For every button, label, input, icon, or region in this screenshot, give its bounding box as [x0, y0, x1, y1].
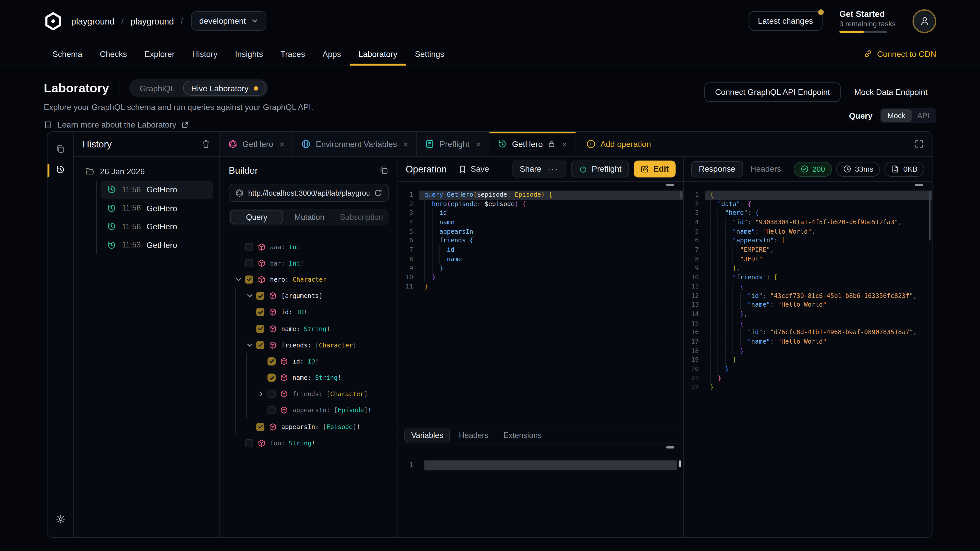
- close-icon[interactable]: ×: [562, 139, 567, 149]
- refresh-schema-button[interactable]: [374, 188, 382, 197]
- share-button[interactable]: Share ···: [512, 160, 566, 177]
- builder-collapse-button[interactable]: [380, 165, 389, 175]
- builder-field-row[interactable]: id: ID!: [220, 304, 398, 321]
- collections-button[interactable]: [48, 139, 73, 159]
- checkbox[interactable]: [267, 357, 275, 365]
- checkbox[interactable]: [256, 423, 264, 431]
- checkbox[interactable]: [267, 407, 275, 414]
- nav-tab-apps[interactable]: Apps: [313, 42, 350, 65]
- editor-tab-gethero[interactable]: GetHero×: [490, 132, 576, 156]
- editor-tab-environment-variables[interactable]: Environment Variables×: [293, 132, 417, 156]
- breadcrumb-org[interactable]: playground: [71, 16, 115, 26]
- builder-field-row[interactable]: appearsIn: [Episode]!: [220, 402, 398, 419]
- editor-tab-preflight[interactable]: Preflight×: [417, 132, 490, 156]
- endpoint-url-field[interactable]: http://localhost:3000/api/lab/playground: [229, 184, 389, 202]
- builder-tab-mutation[interactable]: Mutation: [283, 210, 335, 224]
- link-icon: [864, 49, 873, 58]
- nav-tab-settings[interactable]: Settings: [406, 42, 453, 65]
- builder-field-row[interactable]: foo: String!: [220, 435, 398, 451]
- editor-handle[interactable]: [667, 446, 675, 448]
- ide-toggle-hive-laboratory[interactable]: Hive Laboratory: [183, 81, 266, 96]
- edit-button[interactable]: Edit: [634, 160, 676, 177]
- tab-headers[interactable]: Headers: [750, 164, 781, 174]
- checkbox[interactable]: [267, 390, 275, 398]
- nav-tab-explorer[interactable]: Explorer: [136, 42, 183, 65]
- settings-button[interactable]: [48, 508, 73, 530]
- scrollbar-thumb[interactable]: [679, 191, 682, 199]
- more-options-icon[interactable]: ···: [548, 164, 558, 174]
- save-button[interactable]: Save: [458, 164, 489, 174]
- scrollbar-thumb[interactable]: [928, 191, 931, 241]
- preflight-button[interactable]: Preflight: [571, 160, 629, 177]
- variables-editor[interactable]: 1: [398, 444, 683, 537]
- builder-field-row[interactable]: name: String!: [220, 370, 398, 386]
- builder-tab-query[interactable]: Query: [230, 210, 283, 224]
- subtab-headers[interactable]: Headers: [453, 429, 495, 442]
- builder-field-row[interactable]: bar: Int!: [220, 255, 398, 272]
- nav-tab-traces[interactable]: Traces: [272, 42, 314, 65]
- tab-response[interactable]: Response: [691, 161, 743, 177]
- chevron-right-icon[interactable]: [258, 391, 267, 397]
- nav-tab-insights[interactable]: Insights: [226, 42, 272, 65]
- add-operation-button[interactable]: Add operation: [576, 132, 661, 156]
- history-item[interactable]: 11:56GetHero: [100, 181, 213, 199]
- nav-tab-laboratory[interactable]: Laboratory: [350, 42, 406, 65]
- fullscreen-button[interactable]: [915, 139, 924, 149]
- checkbox[interactable]: [256, 308, 264, 316]
- subtab-extensions[interactable]: Extensions: [497, 429, 548, 442]
- connect-endpoint-button[interactable]: Connect GraphQL API Endpoint: [704, 83, 840, 102]
- editor-handle[interactable]: [667, 184, 675, 186]
- history-date-group[interactable]: 26 Jan 2026: [80, 164, 213, 178]
- query-editor[interactable]: 1query GetHero($episode: Episode) {2hero…: [398, 182, 683, 427]
- builder-field-row[interactable]: friends: [Character]: [220, 337, 398, 353]
- chevron-down-icon[interactable]: [235, 276, 245, 283]
- checkbox[interactable]: [245, 243, 253, 251]
- checkbox[interactable]: [256, 292, 264, 300]
- user-avatar[interactable]: [913, 9, 936, 33]
- nav-tab-history[interactable]: History: [183, 42, 226, 65]
- builder-field-row[interactable]: name: String!: [220, 321, 398, 337]
- breadcrumb-project[interactable]: playground: [130, 16, 174, 26]
- builder-field-row[interactable]: [arguments]: [220, 288, 398, 304]
- builder-field-row[interactable]: id: ID!: [220, 353, 398, 369]
- scrollbar-thumb[interactable]: [679, 460, 681, 467]
- mode-mock[interactable]: Mock: [881, 110, 912, 122]
- editor-handle[interactable]: [915, 184, 923, 186]
- builder-field-row[interactable]: appearsIn: [Episode]!: [220, 419, 398, 435]
- history-item[interactable]: 11:56GetHero: [100, 218, 213, 236]
- history-item[interactable]: 11:53GetHero: [100, 236, 213, 254]
- builder-field-row[interactable]: aaa: Int: [220, 239, 398, 255]
- checkbox[interactable]: [256, 324, 264, 333]
- latest-changes-button[interactable]: Latest changes: [749, 11, 822, 30]
- chevron-down-icon[interactable]: [246, 341, 256, 348]
- close-icon[interactable]: ×: [476, 139, 481, 149]
- checkbox[interactable]: [245, 259, 253, 267]
- clear-history-button[interactable]: [201, 139, 211, 149]
- history-nav-button[interactable]: [48, 159, 73, 180]
- nav-tab-schema[interactable]: Schema: [44, 42, 91, 65]
- nav-tab-checks[interactable]: Checks: [91, 42, 136, 65]
- checkbox[interactable]: [267, 374, 275, 382]
- ide-toggle-graphiql[interactable]: GraphiQL: [131, 83, 183, 93]
- close-icon[interactable]: ×: [280, 139, 285, 149]
- checkbox[interactable]: [245, 439, 253, 447]
- mode-api[interactable]: API: [912, 111, 935, 120]
- editor-tab-gethero[interactable]: GetHero×: [220, 132, 293, 156]
- code-line: 17"name": "Hello World": [684, 337, 932, 346]
- target-selector-dropdown[interactable]: development: [191, 11, 266, 30]
- get-started-widget[interactable]: Get Started 3 remaining tasks: [839, 9, 896, 33]
- history-item[interactable]: 11:56GetHero: [100, 199, 213, 218]
- subtab-variables[interactable]: Variables: [404, 429, 450, 442]
- builder-tab-subscription[interactable]: Subscription: [335, 210, 387, 224]
- hive-logo-icon[interactable]: [44, 11, 62, 30]
- checkbox[interactable]: [256, 341, 264, 349]
- builder-field-row[interactable]: friends: [Character]: [220, 386, 398, 402]
- chevron-down-icon[interactable]: [246, 292, 256, 300]
- checkbox[interactable]: [245, 275, 253, 284]
- endpoint-url-input[interactable]: http://localhost:3000/api/lab/playground: [248, 188, 369, 197]
- mock-endpoint-button[interactable]: Mock Data Endpoint: [845, 83, 936, 102]
- response-viewer[interactable]: 1{2"data": {3"hero": {4"id": "93038304-0…: [684, 182, 932, 537]
- builder-field-row[interactable]: hero: Character: [220, 272, 398, 288]
- connect-to-cdn-link[interactable]: Connect to CDN: [864, 42, 936, 65]
- close-icon[interactable]: ×: [403, 139, 408, 149]
